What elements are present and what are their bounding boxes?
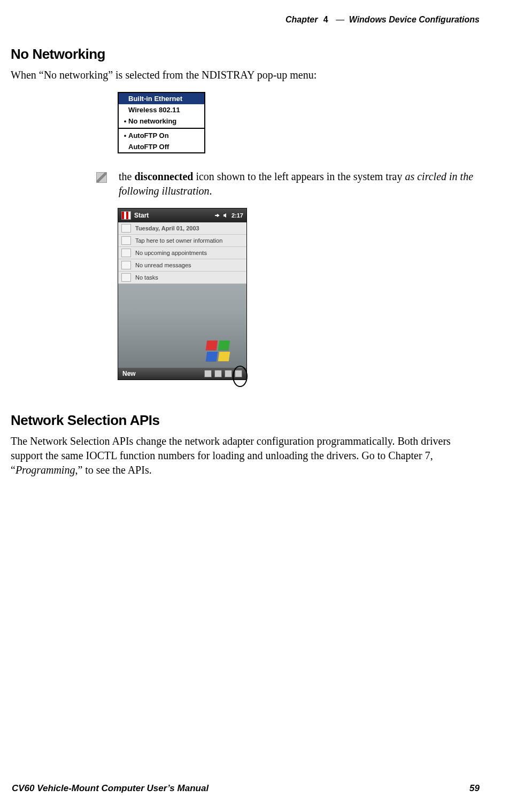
ndistray-popup-menu: Built-in Ethernet Wireless 802.11 • No n… bbox=[118, 92, 205, 153]
bullet-icon: • bbox=[122, 117, 128, 125]
pocketpc-screenshot: Start 2:17 Tuesday, April 01, 2003 Tap h… bbox=[118, 208, 247, 380]
today-row-calendar[interactable]: No upcoming appointments bbox=[118, 247, 246, 259]
row-text: No unread messages bbox=[135, 262, 191, 268]
today-row-tasks[interactable]: No tasks bbox=[118, 272, 246, 284]
menu-label: No networking bbox=[128, 117, 176, 125]
clock-icon bbox=[121, 224, 131, 233]
menu-item-no-networking[interactable]: • No networking bbox=[119, 115, 204, 127]
row-text: No tasks bbox=[135, 274, 158, 281]
disconnected-icon-paragraph: the disconnected icon shown to the left … bbox=[96, 169, 480, 198]
menu-item-wireless[interactable]: Wireless 802.11 bbox=[119, 104, 204, 115]
bullet-icon: • bbox=[122, 132, 128, 140]
menu-label: Built-in Ethernet bbox=[128, 95, 182, 103]
disconnected-icon bbox=[96, 172, 107, 183]
menu-label: AutoFTP On bbox=[128, 132, 169, 140]
page-footer: CV60 Vehicle-Mount Computer User’s Manua… bbox=[0, 783, 517, 794]
today-row-date[interactable]: Tuesday, April 01, 2003 bbox=[118, 222, 246, 235]
start-label[interactable]: Start bbox=[134, 212, 149, 219]
menu-item-autoftp-off[interactable]: AutoFTP Off bbox=[119, 141, 204, 152]
calendar-icon bbox=[121, 249, 131, 257]
menu-item-builtin-ethernet[interactable]: Built-in Ethernet bbox=[119, 93, 204, 104]
connection-icon[interactable] bbox=[214, 213, 220, 218]
text-italic: Programming bbox=[16, 464, 75, 476]
api-paragraph: The Network Selection APIs change the ne… bbox=[11, 434, 480, 477]
menu-divider bbox=[119, 128, 204, 129]
pda-wallpaper bbox=[118, 284, 246, 373]
row-text: Tap here to set owner information bbox=[135, 237, 222, 244]
text: icon shown to the left appears in the sy… bbox=[193, 171, 405, 182]
row-text: Tuesday, April 01, 2003 bbox=[135, 225, 199, 231]
new-button[interactable]: New bbox=[122, 370, 136, 377]
text: . bbox=[209, 185, 212, 197]
inbox-icon bbox=[121, 261, 131, 269]
footer-page-number: 59 bbox=[469, 783, 480, 794]
volume-icon[interactable] bbox=[223, 213, 228, 218]
tasks-icon bbox=[121, 273, 131, 282]
header-separator: — bbox=[334, 15, 346, 24]
today-panel: Tuesday, April 01, 2003 Tap here to set … bbox=[118, 222, 246, 284]
pda-title-bar: Start 2:17 bbox=[118, 208, 246, 222]
section-heading-no-networking: No Networking bbox=[11, 46, 480, 63]
tray-icon[interactable] bbox=[214, 370, 222, 377]
intro-paragraph: When “No networking” is selected from th… bbox=[11, 68, 480, 82]
today-row-inbox[interactable]: No unread messages bbox=[118, 259, 246, 272]
today-row-owner[interactable]: Tap here to set owner information bbox=[118, 235, 246, 247]
windows-flag-icon[interactable] bbox=[121, 211, 131, 220]
row-text: No upcoming appointments bbox=[135, 250, 207, 256]
text: the bbox=[119, 171, 134, 182]
clock[interactable]: 2:17 bbox=[232, 212, 243, 219]
text-bold: disconnected bbox=[134, 171, 193, 182]
section-heading-network-apis: Network Selection APIs bbox=[11, 412, 480, 429]
callout-circle bbox=[233, 366, 248, 387]
chapter-title: Windows Device Configurations bbox=[349, 15, 480, 24]
pda-bottom-bar: New bbox=[118, 368, 246, 380]
windows-logo-icon bbox=[206, 340, 232, 364]
text: ,” to see the APIs. bbox=[75, 464, 151, 476]
menu-label: Wireless 802.11 bbox=[128, 106, 180, 114]
tray-icon[interactable] bbox=[204, 370, 212, 377]
menu-item-autoftp-on[interactable]: • AutoFTP On bbox=[119, 130, 204, 141]
running-header: Chapter 4 — Windows Device Configuration… bbox=[0, 0, 517, 25]
tray-icon[interactable] bbox=[225, 370, 232, 377]
owner-icon bbox=[121, 236, 131, 245]
menu-label: AutoFTP Off bbox=[128, 143, 169, 151]
chapter-word: Chapter bbox=[285, 15, 318, 24]
footer-manual-title: CV60 Vehicle-Mount Computer User’s Manua… bbox=[12, 783, 209, 794]
chapter-number: 4 bbox=[320, 15, 331, 24]
